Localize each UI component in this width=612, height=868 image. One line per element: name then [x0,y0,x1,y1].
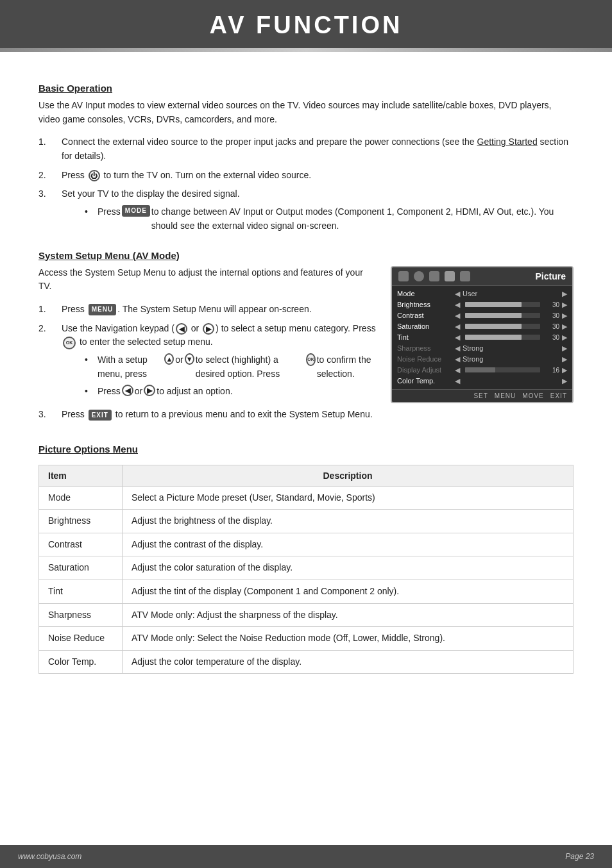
tv-menu-num: 30 [544,301,559,308]
list-item: 2. Press ⏻ to turn the TV on. Turn on th… [38,169,574,183]
table-cell-description: ATV Mode only: Adjust the sharpness of t… [123,603,574,627]
left-arrow-icon: ◀ [176,323,187,335]
system-setup-intro: Access the System Setup Menu to adjust t… [38,266,378,294]
tv-menu-row: Color Temp. ◀ ▶ [392,376,572,387]
tv-menu-bar [465,313,540,318]
basic-operation-steps: 1. Connect the external video source to … [38,135,574,237]
sub-bullet-list: Press MODE to change between AV Input or… [85,205,574,233]
step-number: 3. [38,408,62,422]
table-cell-item: Mode [39,486,123,510]
tv-menu-label: Mode [397,290,455,297]
list-item: 2. Use the Navigation keypad (◀ or ▶) to… [38,322,378,403]
tv-menu-label: Saturation [397,322,455,330]
table-cell-item: Color Temp. [39,650,123,674]
tv-menu-row: Saturation ◀ 30 ▶ [392,321,572,332]
tv-menu-label: Contrast [397,312,455,319]
footer-url: www.cobyusa.com [18,852,81,861]
left-arrow: ◀ [455,312,460,320]
right-arrow: ▶ [562,290,567,298]
right-arrow: ▶ [562,344,567,353]
tv-menu-label: Sharpness [397,344,455,352]
right-arrow: ▶ [562,301,567,309]
table-row: ContrastAdjust the contrast of the displ… [39,533,574,556]
table-cell-description: Adjust the color temperature of the disp… [123,650,574,674]
tv-menu-label: Tint [397,333,455,341]
list-item: 1. Press MENU. The System Setup Menu wil… [38,303,378,317]
bar-fill [465,324,522,329]
table-row: BrightnessAdjust the brightness of the d… [39,510,574,533]
tv-menu-row: Contrast ◀ 30 ▶ [392,310,572,321]
table-row: SharpnessATV Mode only: Adjust the sharp… [39,603,574,627]
footer-menu: MENU [495,392,516,399]
col-header-item: Item [39,465,123,486]
down-arrow-icon: ▼ [185,353,194,365]
page-footer: www.cobyusa.com Page 23 [0,845,612,868]
step-text: Press EXIT to return to a previous menu … [62,408,378,422]
tv-menu-footer: SET MENU MOVE EXIT [392,389,572,402]
table-cell-item: Saturation [39,556,123,580]
table-cell-description: Adjust the color saturation of the displ… [123,556,574,580]
or-text: or [191,323,199,333]
tv-menu-num: 30 [544,323,559,330]
table-row: ModeSelect a Picture Mode preset (User, … [39,486,574,510]
step-number: 1. [38,303,62,317]
basic-operation-intro: Use the AV Input modes to view external … [38,99,574,126]
step-number: 2. [38,322,62,336]
table-cell-item: Sharpness [39,603,123,627]
system-setup-steps: 1. Press MENU. The System Setup Menu wil… [38,303,378,422]
right-icon: ▶ [144,385,155,396]
tv-menu-label: Color Temp. [397,377,455,385]
left-arrow: ◀ [455,301,460,309]
tv-menu-row: Sharpness ◀ Strong ▶ [392,343,572,354]
tv-menu-bar [465,302,540,307]
power-icon-menu [414,271,424,281]
right-arrow: ▶ [562,355,567,363]
bar-fill [465,313,522,318]
list-item: Press ◀ or ▶ to adjust an option. [85,385,378,399]
tv-menu-num: 30 [544,312,559,319]
left-icon: ◀ [122,385,133,396]
list-item: 3. Press EXIT to return to a previous me… [38,408,378,422]
step-text: Press ⏻ to turn the TV on. Turn on the e… [62,169,574,183]
tv-menu-row: Noise Reduce ◀ Strong ▶ [392,354,572,365]
left-arrow: ◀ [455,344,460,353]
ok-icon [306,353,315,366]
right-arrow: ▶ [562,377,567,385]
tv-menu-row: Mode ◀ User ▶ [392,288,572,299]
table-cell-item: Tint [39,580,123,604]
table-cell-description: ATV Mode only: Select the Noise Reductio… [123,627,574,651]
left-arrow: ◀ [455,377,460,385]
page-header: AV FUNCTION [0,0,612,48]
step-text: Connect the external video source to the… [62,135,574,163]
tv-icon [398,271,409,281]
options-table-body: ModeSelect a Picture Mode preset (User, … [39,486,574,674]
footer-move: MOVE [522,392,543,399]
bar-fill [465,335,522,340]
table-row: TintAdjust the tint of the display (Comp… [39,580,574,604]
options-table: Item Description ModeSelect a Picture Mo… [38,465,574,674]
table-cell-description: Adjust the contrast of the display. [123,533,574,556]
tv-menu-bar [465,324,540,329]
system-setup-heading: System Setup Menu (AV Mode) [38,250,574,261]
table-cell-description: Select a Picture Mode preset (User, Stan… [123,486,574,510]
table-row: Color Temp.Adjust the color temperature … [39,650,574,674]
tv-menu-value: User [463,290,559,297]
right-arrow: ▶ [562,322,567,331]
table-cell-item: Contrast [39,533,123,556]
right-arrow: ▶ [562,333,567,342]
up-arrow-icon: ▲ [164,353,174,365]
lock-icon [460,271,470,281]
table-cell-description: Adjust the brightness of the display. [123,510,574,533]
footer-page: Page 23 [565,852,594,861]
step-number: 2. [38,169,62,183]
power-icon: ⏻ [89,170,100,181]
bar-fill [465,302,522,307]
left-arrow: ◀ [455,322,460,331]
menu-badge: MENU [89,304,116,315]
system-setup-layout: Access the System Setup Menu to adjust t… [38,266,574,431]
right-arrow-icon: ▶ [203,323,214,335]
left-arrow: ◀ [455,290,460,298]
tv-menu-label: Brightness [397,301,455,308]
left-arrow: ◀ [455,366,460,374]
list-item: Press MODE to change between AV Input or… [85,205,574,233]
